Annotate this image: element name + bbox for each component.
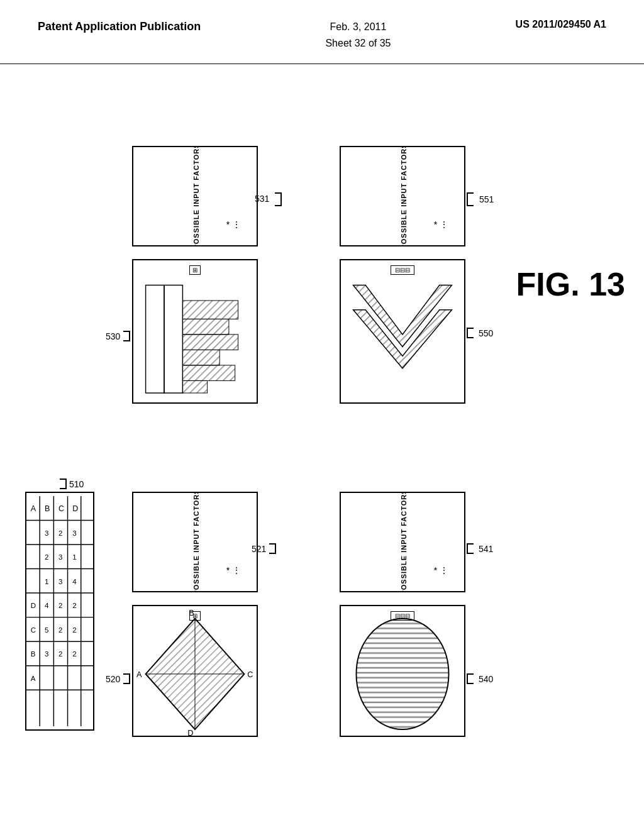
box-531: POSSIBLE INPUT FACTORS * ⋮: [132, 146, 258, 246]
icon-540: ⊟⊟⊟: [391, 611, 414, 621]
svg-text:1: 1: [72, 553, 76, 561]
box-531-text: POSSIBLE INPUT FACTORS: [192, 147, 200, 245]
main-content: FIG. 13 POSSIBLE INPUT FACTORS * ⋮ 531 P…: [0, 64, 644, 830]
dots-541: * ⋮: [434, 565, 448, 575]
box-551-text: POSSIBLE INPUT FACTORS: [400, 147, 408, 245]
sheet-info: Sheet 32 of 35: [325, 35, 391, 52]
svg-rect-7: [182, 381, 207, 394]
icon-530: ⊞: [189, 265, 201, 275]
svg-text:2: 2: [72, 626, 76, 634]
box-510: A B C D 3 2 3 2 3 1 1 3 4 D 4 2 2 C 5 2 …: [25, 492, 94, 731]
svg-text:2: 2: [58, 650, 62, 658]
svg-text:B: B: [31, 650, 36, 658]
label-551: 551: [464, 190, 494, 209]
svg-text:A: A: [31, 675, 36, 682]
svg-text:C: C: [247, 670, 253, 679]
svg-text:3: 3: [45, 529, 48, 537]
svg-rect-5: [182, 350, 219, 366]
svg-text:D: D: [31, 602, 36, 609]
figure-label: FIG. 13: [516, 265, 625, 303]
svg-text:D: D: [187, 728, 193, 736]
box-540: ⊟⊟⊟: [340, 605, 465, 737]
publication-title: Patent Application Publication: [38, 19, 201, 35]
svg-text:B: B: [45, 504, 50, 513]
table-510: A B C D 3 2 3 2 3 1 1 3 4 D 4 2 2 C 5 2 …: [26, 493, 93, 729]
svg-text:4: 4: [45, 602, 49, 609]
header-center: Feb. 3, 2011 Sheet 32 of 35: [325, 19, 391, 51]
diagram-520: B C D A: [133, 606, 257, 736]
label-510-outer: 510: [57, 476, 84, 492]
svg-text:1: 1: [45, 578, 48, 585]
diagram-540: [341, 606, 464, 736]
svg-text:3: 3: [72, 529, 76, 537]
patent-number: US 2011/029450 A1: [516, 19, 606, 30]
svg-point-63: [357, 619, 449, 729]
svg-text:2: 2: [72, 602, 76, 609]
diagram-550: [341, 260, 464, 402]
label-520: 520: [106, 671, 133, 687]
diagram-530: [133, 260, 257, 402]
svg-text:2: 2: [45, 553, 48, 561]
svg-rect-6: [182, 365, 235, 381]
label-540: 540: [464, 671, 493, 687]
page-header: Patent Application Publication Feb. 3, 2…: [0, 0, 644, 64]
icon-520: ⊞: [189, 611, 201, 621]
box-530: ⊞: [132, 259, 258, 404]
box-550: ⊟⊟⊟: [340, 259, 465, 404]
svg-text:5: 5: [45, 626, 48, 634]
svg-text:2: 2: [72, 650, 76, 658]
svg-rect-4: [182, 335, 238, 350]
box-541: POSSIBLE INPUT FACTORS * ⋮: [340, 492, 465, 592]
svg-rect-3: [182, 319, 229, 335]
label-531: 531: [255, 190, 284, 209]
box-520: ⊞ B C D A: [132, 605, 258, 737]
dots-531: * ⋮: [226, 219, 241, 230]
svg-text:C: C: [58, 504, 64, 513]
svg-text:2: 2: [58, 626, 62, 634]
icon-550: ⊟⊟⊟: [391, 265, 414, 275]
dots-521: * ⋮: [226, 565, 241, 575]
svg-text:2: 2: [58, 529, 62, 537]
box-541-text: POSSIBLE INPUT FACTORS: [400, 493, 408, 591]
svg-text:4: 4: [72, 578, 77, 585]
svg-text:D: D: [72, 504, 78, 513]
svg-text:3: 3: [58, 578, 62, 585]
box-521: POSSIBLE INPUT FACTORS * ⋮: [132, 492, 258, 592]
label-521: 521: [252, 541, 279, 556]
label-541: 541: [464, 541, 493, 556]
svg-rect-0: [146, 285, 164, 394]
label-530: 530: [106, 328, 133, 344]
dots-551: * ⋮: [434, 219, 448, 230]
svg-text:A: A: [136, 670, 142, 679]
box-521-text: POSSIBLE INPUT FACTORS: [192, 493, 200, 591]
svg-text:A: A: [31, 504, 36, 513]
svg-text:C: C: [31, 626, 36, 634]
box-551: POSSIBLE INPUT FACTORS * ⋮: [340, 146, 465, 246]
svg-text:2: 2: [58, 602, 62, 609]
svg-rect-2: [182, 301, 238, 319]
publication-date: Feb. 3, 2011: [325, 19, 391, 35]
svg-text:3: 3: [45, 650, 48, 658]
svg-text:3: 3: [58, 553, 62, 561]
label-550: 550: [464, 325, 493, 341]
svg-rect-1: [164, 285, 182, 394]
